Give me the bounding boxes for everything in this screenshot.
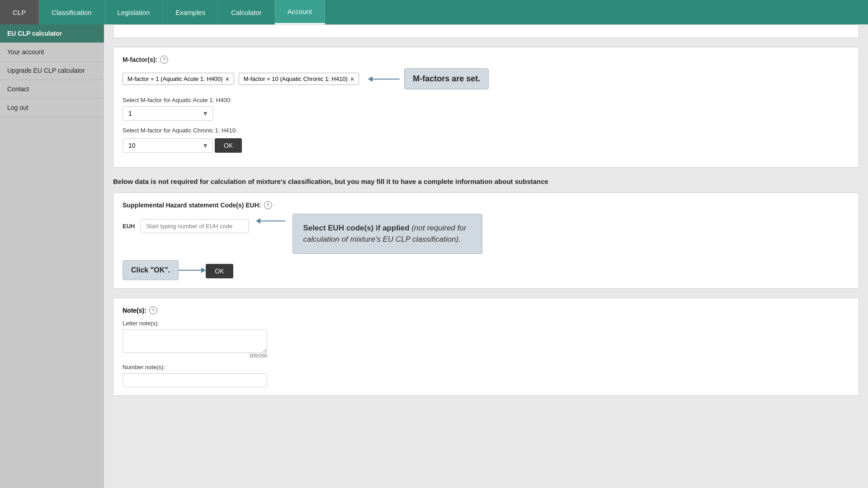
mfactor-tag-2: M-factor = 10 (Aquatic Chronic 1: H410) … bbox=[239, 73, 359, 85]
euh-ok-button[interactable]: OK bbox=[206, 264, 233, 278]
arrow-line bbox=[373, 79, 400, 80]
page-layout: EU CLP calculator Your account Upgrade E… bbox=[0, 24, 868, 488]
notes-label-text: Note(s): bbox=[123, 307, 146, 314]
notes-help-icon[interactable]: ? bbox=[149, 306, 157, 314]
mfactor-tag-1: M-factor = 1 (Aquatic Acute 1: H400) × bbox=[123, 73, 234, 85]
sidebar-item-your-account[interactable]: Your account bbox=[0, 43, 104, 61]
mfactors-label-text: M-factor(s): bbox=[123, 56, 157, 63]
euh-card: Supplemental Hazard statement Code(s) EU… bbox=[113, 192, 859, 289]
click-ok-callout: Click "OK". bbox=[123, 260, 179, 280]
euh-callout-normal-text: Select EUH code(s) if applied bbox=[303, 224, 411, 232]
euh-help-icon[interactable]: ? bbox=[264, 201, 272, 209]
top-nav: CLP Classification Legislation Examples … bbox=[0, 0, 868, 24]
click-ok-arrow bbox=[179, 267, 206, 273]
euh-callout: Select EUH code(s) if applied (not requi… bbox=[292, 214, 482, 254]
euh-content-row: EUH Select EUH code(s) if applied (not r… bbox=[123, 214, 849, 254]
notes-card: Note(s): ? Letter note(s): 200/200 Numbe… bbox=[113, 298, 859, 396]
euh-ok-row: Click "OK". OK bbox=[123, 260, 849, 280]
mfactor-tag-2-close[interactable]: × bbox=[350, 76, 354, 82]
arrow-head-icon bbox=[368, 76, 373, 82]
mfactors-arrow bbox=[368, 76, 400, 82]
nav-examples[interactable]: Examples bbox=[163, 0, 218, 24]
main-content: M-factor(s): ? M-factor = 1 (Aquatic Acu… bbox=[104, 24, 868, 488]
nav-clp[interactable]: CLP bbox=[0, 0, 39, 24]
mfactors-help-icon[interactable]: ? bbox=[160, 56, 168, 64]
euh-input-section: EUH bbox=[123, 214, 249, 239]
sidebar-item-eu-clp-calculator[interactable]: EU CLP calculator bbox=[0, 24, 104, 43]
euh-arrow-line bbox=[260, 221, 285, 221]
select-aquatic-chronic[interactable]: 1 10 100 1000 bbox=[123, 138, 213, 153]
euh-section-label-text: Supplemental Hazard statement Code(s) EU… bbox=[123, 202, 261, 209]
notes-label: Note(s): ? bbox=[123, 306, 849, 314]
nav-calculator[interactable]: Calculator bbox=[218, 0, 275, 24]
sidebar-item-contact[interactable]: Contact bbox=[0, 80, 104, 99]
mfactors-label: M-factor(s): ? bbox=[123, 56, 849, 64]
nav-legislation[interactable]: Legislation bbox=[105, 0, 163, 24]
mfactor-tag-1-close[interactable]: × bbox=[226, 76, 229, 82]
click-ok-section: Click "OK". bbox=[123, 260, 206, 280]
sidebar-item-upgrade[interactable]: Upgrade EU CLP calculator bbox=[0, 61, 104, 80]
select2-label: Select M-factor for Aquatic Chronic 1: H… bbox=[123, 127, 849, 134]
euh-arrow-head-icon bbox=[256, 218, 260, 224]
char-count: 200/200 bbox=[123, 353, 267, 358]
select-aquatic-acute[interactable]: 1 10 100 1000 bbox=[123, 106, 213, 121]
top-spacer-card bbox=[113, 24, 859, 38]
below-data-text: Below data is not required for calculati… bbox=[113, 177, 859, 187]
mfactor-tag-2-text: M-factor = 10 (Aquatic Chronic 1: H410) bbox=[244, 75, 348, 82]
sidebar-item-logout[interactable]: Log out bbox=[0, 99, 104, 117]
mfactors-ok-button[interactable]: OK bbox=[215, 138, 242, 153]
number-notes-label: Number note(s): bbox=[123, 364, 849, 371]
mfactors-callout: M-factors are set. bbox=[404, 68, 489, 89]
sidebar: EU CLP calculator Your account Upgrade E… bbox=[0, 24, 104, 488]
select2-wrapper: 1 10 100 1000 ▼ bbox=[123, 138, 213, 153]
number-notes-input[interactable] bbox=[123, 373, 267, 387]
euh-section-label: Supplemental Hazard statement Code(s) EU… bbox=[123, 201, 849, 209]
mfactors-tags-row: M-factor = 1 (Aquatic Acute 1: H400) × M… bbox=[123, 68, 849, 89]
nav-classification[interactable]: Classification bbox=[39, 0, 104, 24]
letter-notes-label: Letter note(s): bbox=[123, 320, 849, 327]
nav-account[interactable]: Account bbox=[275, 0, 325, 24]
letter-notes-textarea[interactable] bbox=[123, 329, 267, 353]
euh-input[interactable] bbox=[140, 219, 249, 233]
euh-arrow-container bbox=[256, 218, 285, 224]
euh-label-text: EUH bbox=[123, 223, 135, 230]
select1-label: Select M-factor for Aquatic Acute 1: H40… bbox=[123, 97, 849, 103]
mfactors-card: M-factor(s): ? M-factor = 1 (Aquatic Acu… bbox=[113, 47, 859, 168]
mfactor-tag-1-text: M-factor = 1 (Aquatic Acute 1: H400) bbox=[127, 75, 223, 82]
click-ok-arrow-head-icon bbox=[201, 267, 206, 273]
euh-input-row: EUH bbox=[123, 219, 249, 233]
click-ok-arrow-line bbox=[179, 270, 201, 271]
select1-wrapper: 1 10 100 1000 ▼ bbox=[123, 106, 213, 121]
